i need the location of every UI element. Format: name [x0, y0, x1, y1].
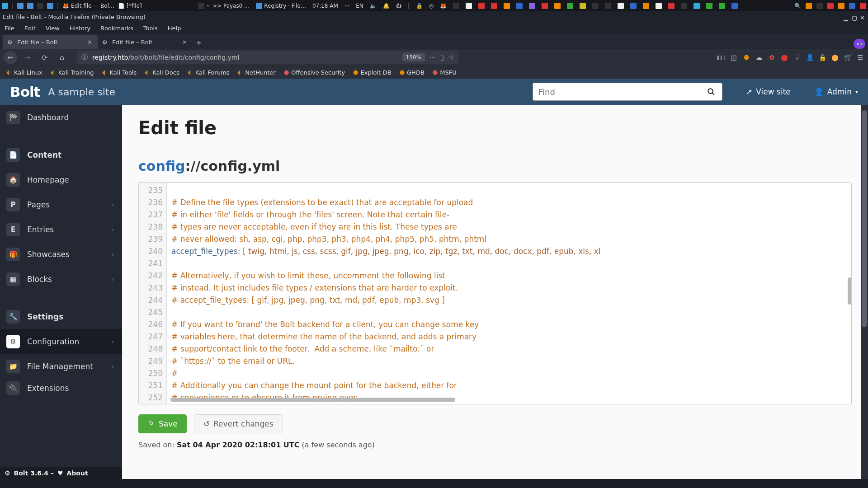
sidebar-item-settings[interactable]: 🔧 Settings — [0, 304, 122, 329]
forward-button[interactable]: → — [21, 51, 34, 64]
sidebar-item-blocks[interactable]: ▦ Blocks › — [0, 267, 122, 291]
chrome-tray-icon[interactable]: ◎ — [429, 3, 434, 9]
firefox-tray-icon[interactable]: 🦊 — [440, 3, 447, 9]
bookmark-star-icon[interactable]: ☆ — [448, 54, 454, 61]
tray-icon[interactable] — [605, 3, 611, 9]
menu-tools[interactable]: Tools — [143, 25, 158, 32]
editor-code[interactable]: # Define the file types (extensions to b… — [167, 183, 851, 404]
editor-h-scrollbar[interactable] — [170, 398, 455, 402]
ext-icon[interactable]: 🛒 — [844, 53, 852, 61]
tray-icon[interactable] — [567, 3, 573, 9]
sidebar-item-pages[interactable]: P Pages › — [0, 192, 122, 217]
tray-icon[interactable] — [681, 3, 687, 9]
window-close-icon[interactable]: ✕ — [860, 14, 865, 20]
tray-icon[interactable] — [693, 3, 700, 9]
sidebar-item-file-management[interactable]: 📁 File Management › — [0, 354, 122, 379]
taskbar-app-firefox[interactable]: 🦊 Edit file — Bol… — [62, 3, 114, 9]
sidebar-item-entries[interactable]: E Entries › — [0, 217, 122, 242]
zoom-indicator[interactable]: 150% — [402, 53, 425, 61]
tray-icon[interactable] — [580, 3, 586, 9]
sidebar-item-extensions[interactable]: 🔌 Extensions — [0, 379, 122, 398]
tray-icon[interactable] — [478, 3, 485, 9]
bookmark-kali-docs[interactable]: Kali Docs — [145, 69, 179, 76]
tray-icon[interactable] — [618, 3, 624, 9]
tray-icon[interactable] — [731, 3, 738, 9]
library-icon[interactable]: ⫿⫿⫿ — [717, 53, 725, 61]
search-tray-icon[interactable]: 🔍 — [794, 3, 801, 9]
menu-edit[interactable]: Edit — [24, 25, 36, 32]
taskbar-app-filemanager[interactable]: Registry · File… — [256, 3, 306, 9]
bell-icon[interactable]: 🔔 — [383, 3, 390, 9]
bookmark-msfu[interactable]: ⬣MSFU — [433, 69, 457, 76]
keyboard-lang[interactable]: EN — [356, 3, 363, 9]
menu-help[interactable]: Help — [168, 25, 181, 32]
home-button[interactable]: ⌂ — [55, 51, 69, 64]
tray-icon[interactable] — [630, 3, 637, 9]
tray-icon[interactable] — [706, 3, 712, 9]
reload-button[interactable]: ⟳ — [38, 51, 52, 64]
window-minimize-icon[interactable]: ▁ — [844, 14, 849, 20]
info-icon[interactable]: ⓘ — [81, 53, 88, 61]
ext-icon[interactable]: 🔒 — [818, 53, 826, 61]
editor-v-scrollbar-track[interactable] — [847, 183, 851, 404]
window-maximize-icon[interactable]: ▢ — [852, 14, 857, 20]
tab-2[interactable]: ⚙ Edit file – Bolt ✕ — [98, 35, 193, 49]
close-icon[interactable]: ✕ — [181, 39, 188, 46]
tray-icon[interactable] — [516, 3, 523, 9]
ext-icon[interactable]: ⬣ — [742, 53, 750, 61]
menu-view[interactable]: View — [46, 25, 60, 32]
tray-icon[interactable] — [643, 3, 649, 9]
sidebar-item-dashboard[interactable]: 🏁 Dashboard — [0, 105, 122, 130]
url-bar[interactable]: ⓘ registry.htb/bolt/bolt/file/edit/confi… — [77, 51, 458, 64]
bookmark-kali-training[interactable]: Kali Training — [51, 69, 94, 76]
tray-icon[interactable] — [827, 3, 834, 9]
ext-icon[interactable]: ✿ — [768, 53, 776, 61]
sidebar-icon[interactable]: ◫ — [730, 53, 738, 61]
tab-1[interactable]: ⚙ Edit file – Bolt ✕ — [3, 35, 98, 49]
ext-icon[interactable]: 👤 — [806, 53, 814, 61]
bookmark-kali-linux[interactable]: Kali Linux — [6, 69, 42, 76]
ext-icon[interactable]: ⬤ — [831, 53, 839, 61]
files-launcher-icon[interactable] — [17, 3, 24, 9]
tray-icon[interactable] — [838, 3, 844, 9]
ext-icon[interactable]: ☁ — [755, 53, 763, 61]
view-site-link[interactable]: ↗ View site — [746, 87, 791, 96]
hamburger-icon[interactable]: ☰ — [856, 53, 864, 61]
back-button[interactable]: ← — [4, 51, 17, 64]
term-tray-icon[interactable] — [453, 3, 459, 9]
power-icon[interactable]: ⏻ — [396, 3, 401, 9]
sidebar-item-showcases[interactable]: 🎁 Showcases › — [0, 242, 122, 267]
tray-icon[interactable] — [466, 3, 472, 9]
display-icon[interactable]: ▭ — [344, 3, 349, 9]
admin-menu[interactable]: 👤 Admin ▾ — [814, 87, 858, 96]
new-tab-button[interactable]: ＋ — [193, 36, 205, 49]
menu-history[interactable]: History — [70, 25, 90, 32]
bookmark-kali-tools[interactable]: Kali Tools — [102, 69, 137, 76]
tray-icon[interactable] — [529, 3, 535, 9]
bookmark-kali-forums[interactable]: Kali Forums — [188, 69, 230, 76]
editor-v-scrollbar-thumb[interactable] — [848, 277, 851, 305]
notes-launcher-icon[interactable] — [47, 3, 53, 9]
revert-button[interactable]: ↺ Revert changes — [194, 414, 283, 433]
lock-icon[interactable]: 🔒 — [416, 3, 423, 9]
code-editor[interactable]: 2352362372382392402412422432442452462472… — [138, 182, 852, 404]
search-button[interactable] — [700, 83, 722, 101]
save-button[interactable]: 🏳 Save — [138, 414, 187, 433]
page-v-scrollbar[interactable] — [861, 105, 868, 479]
bookmark-offsec[interactable]: ⬣Offensive Security — [284, 69, 345, 76]
tray-icon[interactable] — [860, 3, 866, 9]
tray-icon[interactable] — [504, 3, 510, 9]
bookmark-nethunter[interactable]: NetHunter — [237, 69, 276, 76]
taskbar-app-terminal[interactable]: ~ >> Payas0 … — [198, 3, 250, 9]
tray-icon[interactable] — [849, 3, 855, 9]
page-actions-icon[interactable]: ⋯ — [429, 54, 436, 61]
tray-icon[interactable] — [592, 3, 599, 9]
volume-icon[interactable]: 🔈 — [370, 3, 377, 9]
sidebar-item-homepage[interactable]: 🏠 Homepage — [0, 167, 122, 192]
close-icon[interactable]: ✕ — [86, 39, 93, 46]
brand-logo[interactable]: Bolt — [10, 84, 40, 100]
taskbar-app-editor[interactable]: 📄 [*file] — [118, 3, 142, 9]
bookmark-exploit-db[interactable]: ⬣Exploit-DB — [353, 69, 391, 76]
file-scheme[interactable]: config — [138, 158, 185, 174]
search-input[interactable] — [533, 83, 700, 101]
